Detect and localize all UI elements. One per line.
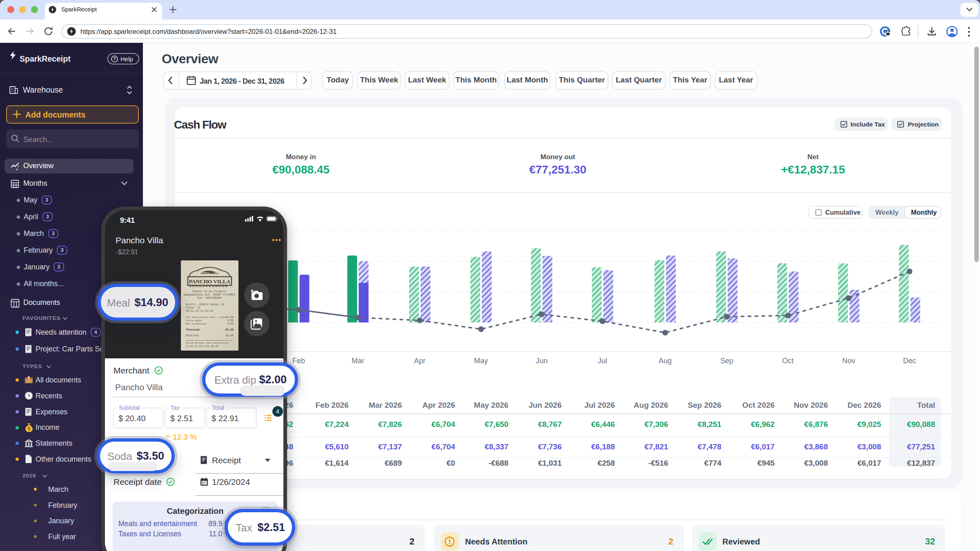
svg-text:14,00 17,89 2,51 20,: 14,00 17,89 2,51 20,40	[186, 345, 218, 348]
svg-text:14,90: 14,90	[225, 316, 234, 319]
svg-text:Sep: Sep	[720, 357, 733, 365]
svg-text:3,50: 3,50	[227, 322, 234, 325]
svg-text:Vero% Veroton Vero Verolli: Vero% Veroton Vero Verollinen	[186, 342, 229, 344]
svg-text:Dec: Dec	[903, 357, 916, 365]
svg-text:Apr: Apr	[414, 357, 425, 365]
svg-text:Jun: Jun	[536, 357, 548, 365]
svg-text:?: ?	[113, 56, 116, 61]
svg-text:Mar: Mar	[352, 357, 364, 365]
svg-text:20,40: 20,40	[225, 328, 234, 331]
svg-text:Yhteensä: Yhteensä	[186, 328, 200, 331]
svg-text:Jul: Jul	[598, 357, 607, 365]
svg-text:Nov: Nov	[842, 357, 855, 365]
svg-text:PANCHO VILLA: PANCHO VILLA	[189, 278, 230, 284]
svg-text:Poyta: 22: Poyta: 22	[186, 307, 200, 309]
svg-text:Puh. 0404186069: Puh. 0404186069	[197, 297, 221, 300]
svg-text:May: May	[474, 357, 488, 365]
svg-text:extra dippi: extra dippi	[186, 319, 202, 322]
svg-text:Oct: Oct	[782, 357, 793, 365]
svg-text:Kauppakeskus ELO, 33480 YLOJAR: Kauppakeskus ELO, 33480 YLOJARVI	[184, 293, 236, 296]
svg-text:$: $	[28, 440, 30, 443]
svg-text:2,00: 2,00	[227, 319, 234, 322]
svg-text:Aug: Aug	[659, 357, 672, 365]
svg-text:Elo Pihvilounas kana / possu: Elo Pihvilounas kana / possu	[186, 316, 227, 319]
svg-text:Feb: Feb	[292, 357, 305, 365]
svg-text:20,40: 20,40	[225, 334, 234, 337]
svg-text:Kuitti: 108314 Kassa: 02: Kuitti: 108314 Kassa: 02	[186, 303, 225, 306]
svg-text:Pancho Villa Ylojarvi: Pancho Villa Ylojarvi	[192, 290, 226, 293]
svg-text:Elo LounasLimu: Elo LounasLimu	[186, 322, 207, 325]
svg-text:28.01.24 11:54:22: 28.01.24 11:54:22	[186, 310, 213, 313]
svg-text:Käteinen: Käteinen	[186, 334, 199, 337]
svg-text:$: $	[28, 427, 30, 431]
